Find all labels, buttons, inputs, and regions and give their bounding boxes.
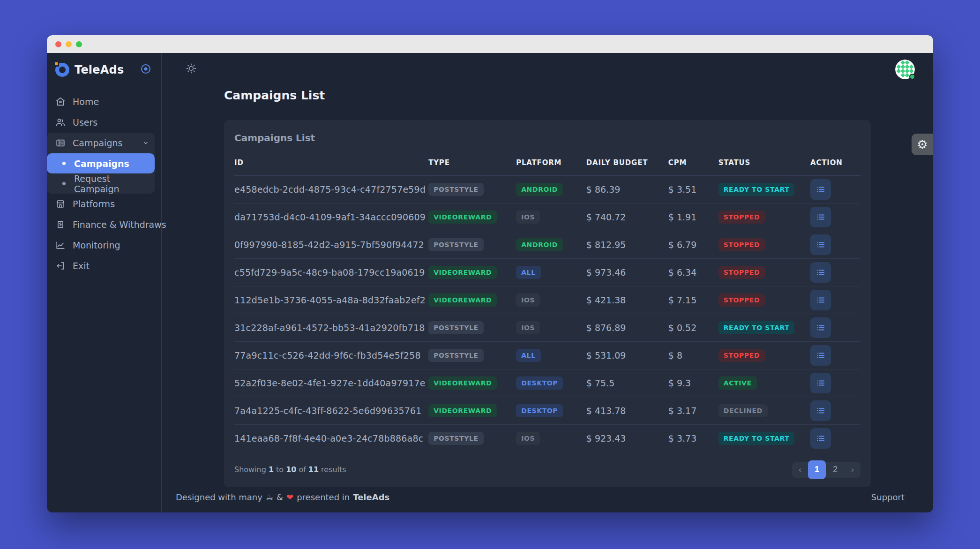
table-row: 7a4a1225-c4fc-43ff-8622-5e6d99635761 VID… — [234, 397, 860, 425]
platform-badge: DESKTOP — [516, 376, 563, 390]
bullet-icon — [62, 162, 66, 165]
type-badge: VIDEOREWARD — [428, 376, 497, 390]
results-summary: Showing 1 to 10 of 11 results — [234, 465, 346, 474]
list-details-icon — [816, 295, 825, 305]
row-actions-button[interactable] — [810, 234, 831, 255]
campaign-id: 52a2f03e-8e02-4fe1-927e-1dd40a97917e — [234, 378, 426, 388]
sidebar-subitem-campaigns[interactable]: Campaigns — [47, 153, 155, 173]
daily-budget-value: $ 421.38 — [586, 295, 626, 305]
list-details-icon — [816, 406, 825, 415]
support-link[interactable]: Support — [871, 492, 905, 502]
row-actions-button[interactable] — [810, 317, 831, 338]
campaigns-card: Campaigns List ID TYPE PLATFORM DAILY BU — [224, 120, 871, 487]
cpm-value: $ 8 — [668, 350, 682, 361]
column-header-id: ID — [234, 152, 428, 176]
window-titlebar — [47, 35, 933, 53]
row-actions-button[interactable] — [810, 207, 831, 227]
sidebar-subitem-request-campaign[interactable]: Request Campaign — [47, 173, 155, 194]
campaign-id: 7a4a1225-c4fc-43ff-8622-5e6d99635761 — [234, 406, 422, 416]
list-details-icon — [816, 323, 825, 332]
sidebar-item-campaigns-parent[interactable]: Campaigns — [47, 133, 155, 153]
status-badge: STOPPED — [718, 349, 765, 362]
sidebar-item-home[interactable]: Home — [47, 91, 161, 112]
sidebar-item-users[interactable]: Users — [47, 112, 161, 133]
app-logo-text: TeleAds — [75, 63, 124, 76]
row-actions-button[interactable] — [810, 179, 831, 200]
online-status-dot — [909, 74, 915, 80]
sidebar-item-finance[interactable]: $ Finance & Withdraws — [47, 214, 161, 235]
topbar — [162, 57, 933, 82]
campaigns-table: ID TYPE PLATFORM DAILY BUDGET CPM STATUS… — [234, 152, 860, 452]
status-badge: READY TO START — [718, 183, 795, 196]
pagination-next-button[interactable]: › — [845, 462, 860, 478]
type-badge: VIDEOREWARD — [428, 266, 497, 279]
table-row: 112d5e1b-3736-4055-a48a-8d32faab2ef2 VID… — [234, 286, 860, 314]
sidebar-item-label: Campaigns — [74, 158, 129, 169]
platform-badge: ALL — [516, 349, 540, 362]
sidebar-header: TeleAds — [47, 58, 161, 82]
daily-budget-value: $ 86.39 — [586, 184, 621, 195]
row-actions-button[interactable] — [810, 428, 831, 449]
page-title: Campaigns List — [224, 89, 871, 102]
column-header-type: TYPE — [428, 152, 516, 176]
status-badge: STOPPED — [718, 238, 765, 251]
row-actions-button[interactable] — [810, 373, 831, 393]
campaign-id: 112d5e1b-3736-4055-a48a-8d32faab2ef2 — [234, 295, 426, 305]
sidebar-item-label: Home — [73, 97, 99, 107]
sidebar-item-platforms[interactable]: Platforms — [47, 194, 161, 214]
platform-badge: IOS — [516, 321, 540, 334]
cpm-value: $ 6.79 — [668, 240, 696, 250]
sidebar-collapse-icon[interactable] — [140, 63, 152, 77]
sidebar-item-label: Platforms — [73, 199, 115, 209]
app-logo[interactable]: TeleAds — [55, 63, 124, 77]
bullet-icon — [62, 182, 66, 185]
platform-badge: ANDROID — [516, 183, 563, 196]
sidebar-group-campaigns: Campaigns Campaigns Request Campaign — [47, 133, 155, 194]
column-header-status: STATUS — [718, 152, 810, 176]
settings-flyout-button[interactable]: ⚙ — [912, 134, 933, 155]
table-row: 77a9c11c-c526-42dd-9f6c-fb3d54e5f258 POS… — [234, 342, 860, 369]
status-badge: STOPPED — [718, 266, 765, 279]
table-row: 141eaa68-7f8f-4e40-a0e3-24c78b886a8c POS… — [234, 425, 860, 452]
minimize-window-button[interactable] — [66, 41, 72, 47]
list-details-icon — [816, 212, 825, 222]
campaign-id: 31c228af-a961-4572-bb53-41a2920fb718 — [234, 323, 425, 333]
sidebar-item-label: Exit — [73, 261, 90, 271]
row-actions-button[interactable] — [810, 345, 831, 366]
status-badge: ACTIVE — [718, 376, 757, 390]
app-footer: Designed with many ☕ & ❤ presented in Te… — [162, 484, 933, 512]
sidebar-item-monitoring[interactable]: Monitoring — [47, 235, 161, 256]
monitoring-chart-icon — [55, 240, 66, 250]
sidebar-item-exit[interactable]: Exit — [47, 256, 161, 276]
row-actions-button[interactable] — [810, 262, 831, 283]
theme-toggle-sun-icon[interactable] — [185, 62, 197, 76]
list-details-icon — [816, 268, 825, 277]
maximize-window-button[interactable] — [76, 41, 82, 47]
pagination-prev-button[interactable]: ‹ — [792, 462, 808, 478]
pagination-page-1-button[interactable]: 1 — [808, 460, 826, 479]
status-badge: STOPPED — [718, 211, 765, 224]
sidebar-nav: Home Users Campaigns — [47, 91, 161, 276]
page-content: Campaigns List Campaigns List ID TYPE — [162, 82, 933, 484]
platform-badge: IOS — [516, 432, 540, 445]
campaign-id: c55fd729-9a5c-48c9-ba08-179cc19a0619 — [234, 267, 425, 278]
row-actions-button[interactable] — [810, 400, 831, 421]
table-header-row: ID TYPE PLATFORM DAILY BUDGET CPM STATUS… — [234, 152, 860, 176]
sidebar-item-label: Users — [73, 117, 97, 128]
daily-budget-value: $ 740.72 — [586, 212, 626, 222]
row-actions-button[interactable] — [810, 290, 831, 310]
campaign-id: 77a9c11c-c526-42dd-9f6c-fb3d54e5f258 — [234, 350, 421, 361]
close-window-button[interactable] — [55, 41, 61, 47]
chevron-down-icon — [142, 139, 150, 147]
list-details-icon — [816, 351, 825, 360]
pagination-page-2-button[interactable]: 2 — [826, 462, 845, 478]
sidebar-item-label: Request Campaign — [74, 173, 155, 194]
cpm-value: $ 7.15 — [668, 295, 696, 305]
finance-receipt-icon: $ — [55, 219, 66, 230]
campaign-id: 141eaa68-7f8f-4e40-a0e3-24c78b886a8c — [234, 433, 423, 444]
teleads-logo-icon — [55, 63, 69, 77]
list-details-icon — [816, 240, 825, 249]
summary-from: 1 — [269, 465, 274, 474]
user-avatar[interactable] — [895, 60, 915, 79]
table-row: da71753d-d4c0-4109-9af1-34accc090609 VID… — [234, 203, 860, 231]
